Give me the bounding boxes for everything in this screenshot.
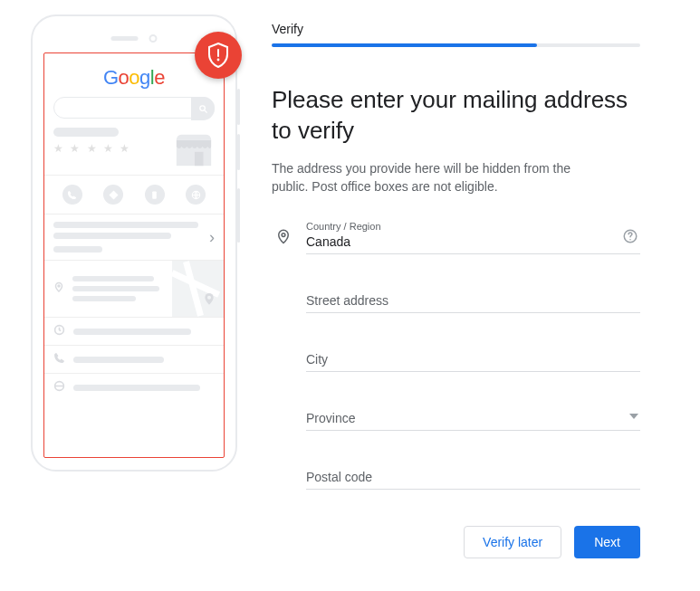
country-label: Country / Region <box>306 221 640 232</box>
next-button[interactable]: Next <box>574 526 640 558</box>
city-input[interactable] <box>306 352 640 367</box>
country-value: Canada <box>306 234 350 249</box>
province-placeholder: Province <box>306 411 355 425</box>
map-thumbnail <box>172 261 224 317</box>
province-field[interactable]: Province <box>306 406 640 431</box>
svg-rect-3 <box>195 152 204 166</box>
phone-outline: Google ★ ★ ★ ★ ★ <box>31 14 237 472</box>
svg-point-12 <box>282 233 285 236</box>
svg-point-6 <box>58 285 60 287</box>
storefront-icon <box>173 128 215 169</box>
svg-line-1 <box>204 110 206 112</box>
rating-stars: ★ ★ ★ ★ ★ <box>53 142 173 155</box>
search-icon <box>191 97 215 120</box>
postal-code-input[interactable] <box>306 470 640 484</box>
clock-icon <box>53 323 66 339</box>
help-icon[interactable] <box>622 228 638 248</box>
globe-icon <box>53 379 66 396</box>
svg-rect-4 <box>152 191 157 198</box>
page-subtext: The address you provide here will be hid… <box>272 159 580 196</box>
postal-code-field[interactable] <box>306 465 640 490</box>
step-title: Verify <box>272 22 640 40</box>
svg-point-14 <box>629 239 631 241</box>
svg-point-7 <box>207 296 211 300</box>
directions-icon <box>103 185 123 205</box>
svg-rect-2 <box>177 147 211 166</box>
phone-icon <box>53 351 66 367</box>
save-icon <box>145 185 165 205</box>
phone-screen: Google ★ ★ ★ ★ ★ <box>43 52 225 458</box>
pin-icon <box>53 281 65 297</box>
dropdown-caret-icon <box>629 406 638 423</box>
svg-point-11 <box>217 59 220 62</box>
verify-later-button[interactable]: Verify later <box>464 526 561 558</box>
svg-point-0 <box>199 105 205 110</box>
location-pin-icon <box>275 226 292 246</box>
country-region-field[interactable]: Country / Region Canada <box>306 217 640 254</box>
street-address-input[interactable] <box>306 293 640 308</box>
shield-alert-icon <box>195 32 242 79</box>
city-field[interactable] <box>306 348 640 372</box>
progress-bar <box>272 43 640 47</box>
street-address-field[interactable] <box>306 289 640 313</box>
search-bar <box>53 97 215 119</box>
chevron-right-icon: › <box>209 228 215 247</box>
page-headline: Please enter your mailing address to ver… <box>272 85 640 147</box>
call-icon <box>62 185 82 205</box>
illustration-panel: Google ★ ★ ★ ★ ★ <box>0 0 272 591</box>
website-icon <box>186 185 206 205</box>
